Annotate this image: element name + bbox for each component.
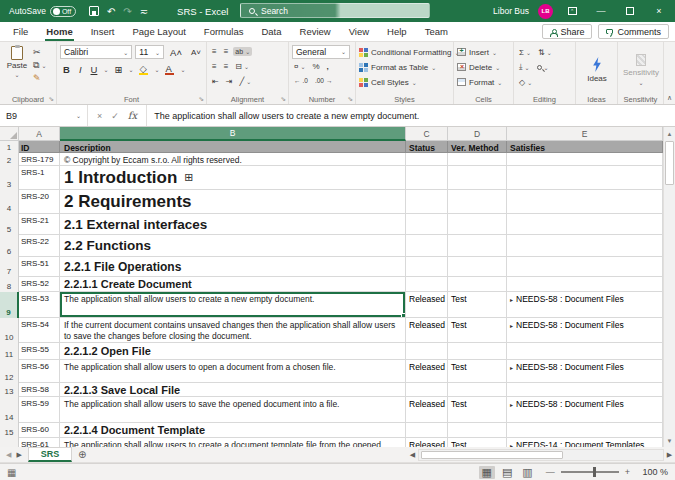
sensitivity-button[interactable]: Sensitivity ⌄ [621, 44, 661, 93]
align-center-button[interactable]: ≡ [222, 61, 231, 72]
cell-A3[interactable]: SRS-1 [19, 166, 60, 190]
enter-icon[interactable]: ✓ [111, 111, 119, 121]
avatar[interactable]: LB [538, 4, 553, 19]
align-left-button[interactable]: ≡ [210, 61, 219, 72]
tab-formulas[interactable]: Formulas [195, 22, 253, 41]
scroll-up-icon[interactable]: ▲ [664, 127, 675, 140]
minimize-button[interactable]: — [591, 0, 611, 22]
format-cells-button[interactable]: Format⌄ [457, 75, 511, 89]
cell-C5[interactable] [406, 214, 448, 235]
formula-input[interactable]: The application shall allow users to cre… [147, 105, 675, 126]
cell-A11[interactable]: SRS-55 [19, 343, 60, 360]
scroll-down-icon[interactable]: ▼ [664, 434, 675, 447]
prev-sheet-icon[interactable]: ◀ [6, 451, 11, 459]
cell-D8[interactable] [448, 277, 507, 292]
font-dialog-launcher-icon[interactable]: ⇘ [199, 95, 204, 103]
autosum-button[interactable]: Σ⌄ [517, 47, 533, 58]
cell-D3[interactable] [448, 166, 507, 190]
find-select-button[interactable]: ⌄ [535, 63, 551, 72]
number-format-select[interactable]: General⌄ [292, 45, 350, 59]
cell-B9[interactable]: The application shall allow users to cre… [60, 292, 406, 318]
autosave-toggle[interactable]: AutoSave Off [9, 6, 76, 17]
column-header-D[interactable]: D [448, 127, 507, 141]
decrease-decimal-button[interactable]: .00→ [313, 76, 335, 85]
row-header-13[interactable]: 13 [0, 383, 19, 397]
cell-E15[interactable] [507, 423, 663, 438]
cell-A10[interactable]: SRS-54 [19, 318, 60, 343]
insert-function-icon[interactable]: fx [128, 110, 137, 121]
cell-E7[interactable] [507, 257, 663, 277]
accounting-format-button[interactable]: ¤⌄ [292, 61, 307, 72]
cell-C1[interactable]: Status [406, 141, 448, 153]
cell-A12[interactable]: SRS-56 [19, 360, 60, 383]
cell-E5[interactable] [507, 214, 663, 235]
increase-indent-button[interactable]: ⇥ [224, 76, 235, 87]
cell-D6[interactable] [448, 235, 507, 257]
tab-home[interactable]: Home [37, 22, 81, 41]
cell-E14[interactable]: ▸NEEDS-58 : Document Files [507, 397, 663, 423]
autosave-pill[interactable]: Off [50, 6, 76, 17]
row-header-10[interactable]: 10 [0, 318, 19, 343]
middle-align-button[interactable]: ≡ [222, 46, 231, 57]
cell-E9[interactable]: ▸NEEDS-58 : Document Files [507, 292, 663, 318]
row-header-1[interactable]: 1 [0, 141, 19, 153]
cell-D1[interactable]: Ver. Method [448, 141, 507, 153]
sheet-tab-srs[interactable]: SRS [28, 447, 73, 462]
font-color-button[interactable]: A [162, 63, 177, 75]
cell-A2[interactable]: SRS-179 [19, 153, 60, 166]
close-button[interactable]: × [649, 0, 669, 22]
cell-C3[interactable] [406, 166, 448, 190]
save-icon[interactable] [89, 6, 99, 16]
zoom-slider[interactable] [561, 471, 619, 473]
row-header-16[interactable]: 16 [0, 438, 19, 447]
record-macro-icon[interactable]: ▦ [7, 467, 16, 478]
cell-C14[interactable]: Released [406, 397, 448, 423]
tab-help[interactable]: Help [378, 22, 416, 41]
cell-D2[interactable] [448, 153, 507, 166]
select-all-button[interactable] [0, 127, 19, 141]
column-header-C[interactable]: C [406, 127, 448, 141]
conditional-formatting-button[interactable]: Conditional Formatting⌄ [359, 45, 451, 59]
tab-page-layout[interactable]: Page Layout [123, 22, 194, 41]
redo-button[interactable]: ↷⌄ [123, 6, 131, 17]
cell-D10[interactable]: Test [448, 318, 507, 343]
cell-E12[interactable]: ▸NEEDS-58 : Document Files [507, 360, 663, 383]
tab-insert[interactable]: Insert [82, 22, 124, 41]
share-button[interactable]: Share [542, 24, 592, 39]
collapse-ribbon-button[interactable]: ∧ [664, 42, 675, 104]
row-header-4[interactable]: 4 [0, 190, 19, 214]
grow-font-button[interactable]: A˄ [167, 47, 185, 58]
vertical-scrollbar[interactable]: ▲ ▼ [663, 127, 675, 447]
scroll-left-icon[interactable]: ◀ [407, 451, 418, 459]
top-align-button[interactable]: ≡ [210, 46, 219, 57]
font-name-select[interactable]: Calibri⌄ [60, 45, 132, 59]
comments-button[interactable]: Comments [598, 24, 669, 39]
cell-D9[interactable]: Test [448, 292, 507, 318]
cell-E10[interactable]: ▸NEEDS-58 : Document Files [507, 318, 663, 343]
row-header-7[interactable]: 7 [0, 257, 19, 277]
row-header-6[interactable]: 6 [0, 235, 19, 257]
insert-cells-button[interactable]: Insert⌄ [457, 45, 511, 59]
user-name[interactable]: Libor Bus [493, 6, 529, 16]
zoom-slider-thumb[interactable] [593, 467, 596, 477]
cell-A6[interactable]: SRS-22 [19, 235, 60, 257]
cell-B6[interactable]: 2.2 Functions [60, 235, 406, 257]
bold-button[interactable]: B [60, 64, 73, 75]
clear-button[interactable]: ◇⌄ [517, 77, 534, 88]
cell-B3[interactable]: 1 Introduction⊞ [60, 166, 406, 190]
tab-team[interactable]: Team [416, 22, 457, 41]
column-header-B[interactable]: B [60, 127, 406, 141]
shrink-font-button[interactable]: A˅ [188, 48, 204, 57]
qat-customize-button[interactable]: ≂ [140, 6, 148, 17]
row-header-15[interactable]: 15 [0, 423, 19, 438]
ribbon-display-options-button[interactable]: ⌃ [562, 0, 582, 22]
page-layout-view-button[interactable]: ▤ [499, 466, 515, 479]
cell-E8[interactable] [507, 277, 663, 292]
cell-D14[interactable]: Test [448, 397, 507, 423]
increase-decimal-button[interactable]: ←.0 [292, 76, 310, 85]
cell-C13[interactable] [406, 383, 448, 397]
cell-C10[interactable]: Released [406, 318, 448, 343]
cell-D7[interactable] [448, 257, 507, 277]
row-header-11[interactable]: 11 [0, 343, 19, 360]
row-header-12[interactable]: 12 [0, 360, 19, 383]
